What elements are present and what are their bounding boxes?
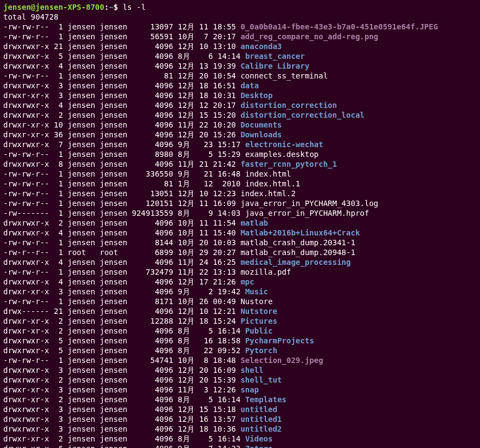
file-meta: drwxr-xr-x 2 jensen jensen 4096 8月 5 16:…	[3, 395, 245, 404]
file-meta: -rw-rw-r-- 1 jensen jensen 13097 12月 11 …	[3, 22, 240, 31]
file-name: shell	[240, 366, 263, 374]
list-item: drwxr-xr-x 3 jensen jensen 4096 12月 18 1…	[3, 90, 477, 100]
file-meta: drwxr-xr-x 6 jensen jensen 4096 9月 7 14:…	[3, 444, 245, 448]
file-name: Public	[245, 326, 273, 335]
list-item: drwxrwxr-x 4 jensen jensen 4096 12月 12 2…	[3, 100, 477, 110]
file-name: electronic-wechat	[245, 140, 323, 149]
list-item: drwxrwxr-x 21 jensen jensen 4096 12月 10 …	[3, 41, 477, 51]
list-item: -rw-rw-r-- 1 jensen jensen 8171 10月 26 0…	[3, 296, 477, 306]
file-meta: -rw-r--r-- 1 root root 6899 10月 29 20:27	[3, 248, 240, 257]
list-item: -rw-rw-r-- 1 jensen jensen 81 12月 20 10:…	[3, 71, 477, 81]
prompt-sep1: :	[104, 3, 108, 11]
file-meta: drwxrwxr-x 21 jensen jensen 4096 12月 10 …	[3, 42, 240, 51]
file-listing: -rw-rw-r-- 1 jensen jensen 13097 12月 11 …	[3, 22, 477, 448]
list-item: drwxr-xr-x 2 jensen jensen 4096 8月 5 16:…	[3, 434, 477, 444]
file-name: Pytorch	[245, 346, 277, 355]
file-meta: drwxrwxr-x 4 jensen jensen 4096 12月 13 1…	[3, 62, 240, 70]
list-item: drwxrwxr-x 7 jensen jensen 4096 9月 23 15…	[3, 140, 477, 149]
file-meta: -rw-rw-r-- 1 jensen jensen 8144 10月 20 1…	[3, 238, 240, 247]
file-name: Documents	[240, 120, 282, 129]
file-meta: drwx------ 21 jensen jensen 4096 12月 10 …	[3, 307, 240, 316]
list-item: drwxrwxr-x 4 jensen jensen 4096 12月 17 2…	[3, 277, 477, 287]
list-item: drwx------ 21 jensen jensen 4096 12月 10 …	[3, 306, 477, 316]
file-meta: drwxr-xr-x 3 jensen jensen 4096 9月 2 19:…	[3, 287, 245, 296]
file-name: untitled	[240, 405, 277, 414]
file-meta: drwxrwxr-x 3 jensen jensen 4096 12月 18 1…	[3, 81, 240, 90]
file-name: matlab	[240, 219, 268, 227]
list-item: drwxrwxr-x 4 jensen jensen 4096 10月 11 1…	[3, 228, 477, 238]
file-name: examples.desktop	[245, 150, 319, 159]
file-name: matlab_crash_dump.20948-1	[240, 248, 355, 257]
file-name: Pictures	[240, 317, 277, 325]
list-item: -rw-rw-r-- 1 jensen jensen 120151 12月 11…	[3, 198, 477, 208]
list-item: drwxrwxr-x 2 jensen jensen 4096 12月 15 1…	[3, 110, 477, 120]
file-name: index.html	[245, 169, 291, 178]
file-meta: drwxrwxr-x 2 jensen jensen 4096 12月 20 1…	[3, 376, 240, 384]
file-meta: drwxrwxr-x 5 jensen jensen 4096 8月 22 09…	[3, 346, 245, 355]
list-item: drwxrwxr-x 3 jensen jensen 4096 12月 15 1…	[3, 404, 477, 414]
list-item: drwxr-xr-x 10 jensen jensen 4096 11月 22 …	[3, 120, 477, 130]
file-name: distortion_correction_local	[240, 111, 364, 119]
file-meta: drwxr-xr-x 2 jensen jensen 4096 8月 5 16:…	[3, 434, 245, 443]
file-meta: -rw-rw-r-- 1 jensen jensen 13051 12月 10 …	[3, 189, 240, 198]
list-item: drwxrwxr-x 8 jensen jensen 4096 11月 21 2…	[3, 159, 477, 169]
file-meta: drwxrwxr-x 4 jensen jensen 4096 11月 24 1…	[3, 258, 240, 267]
list-item: drwxr-xr-x 36 jensen jensen 4096 12月 20 …	[3, 130, 477, 140]
command-text: ls -l	[123, 3, 145, 11]
file-meta: drwxrwxr-x 3 jensen jensen 4096 12月 15 1…	[3, 405, 240, 414]
list-item: drwxr-xr-x 2 jensen jensen 4096 8月 5 16:…	[3, 395, 477, 404]
file-name: connect_ss_terminal	[240, 71, 327, 80]
file-meta: -rw-rw-r-- 1 jensen jensen 8980 8月 5 15:…	[3, 150, 245, 159]
list-item: drwxrwxr-x 3 jensen jensen 4096 12月 20 1…	[3, 365, 477, 375]
file-name: mpc	[240, 277, 254, 286]
prompt-sep2: $	[113, 3, 123, 11]
file-name: medical_image_processing	[240, 258, 350, 267]
file-name: java_error_in_PYCHARM_4303.log	[240, 199, 378, 208]
list-item: -rw-r--r-- 1 root root 6899 10月 29 20:27…	[3, 247, 477, 257]
file-meta: drwxr-xr-x 2 jensen jensen 12288 12月 18 …	[3, 317, 240, 325]
file-meta: -rw-rw-r-- 1 jensen jensen 732479 11月 22…	[3, 268, 240, 276]
file-name: Downloads	[240, 130, 282, 139]
file-name: index.html.2	[240, 189, 295, 198]
list-item: drwxrwxr-x 2 jensen jensen 4096 10月 11 1…	[3, 218, 477, 228]
file-meta: drwxrwxr-x 2 jensen jensen 4096 10月 11 1…	[3, 219, 240, 227]
file-name: Calibre Library	[240, 62, 309, 70]
file-meta: drwxrwxr-x 4 jensen jensen 4096 12月 17 2…	[3, 277, 240, 286]
list-item: drwxrwxr-x 4 jensen jensen 4096 11月 24 1…	[3, 257, 477, 267]
file-meta: -rw-rw-r-- 1 jensen jensen 54741 10月 8 1…	[3, 356, 240, 365]
list-item: drwxr-xr-x 3 jensen jensen 4096 11月 3 12…	[3, 385, 477, 395]
file-name: index.html.1	[245, 179, 300, 188]
list-item: drwxr-xr-x 6 jensen jensen 4096 9月 7 14:…	[3, 444, 477, 448]
file-meta: drwxr-xr-x 3 jensen jensen 4096 11月 3 12…	[3, 385, 240, 394]
list-item: drwxrwxr-x 3 jensen jensen 4096 12月 16 1…	[3, 414, 477, 424]
file-meta: -rw-rw-r-- 1 jensen jensen 120151 12月 11…	[3, 199, 240, 208]
file-name: Videos	[245, 434, 273, 443]
file-name: Zotero	[245, 444, 273, 448]
file-meta: drwxr-xr-x 36 jensen jensen 4096 12月 20 …	[3, 130, 240, 139]
list-item: -rw-rw-r-- 1 jensen jensen 13097 12月 11 …	[3, 22, 477, 32]
list-item: drwxrwxr-x 4 jensen jensen 4096 12月 13 1…	[3, 61, 477, 71]
terminal-window[interactable]: jensen@jensen-XPS-8700:~$ ls -l total 90…	[3, 2, 477, 448]
prompt-line-1: jensen@jensen-XPS-8700:~$ ls -l	[3, 2, 477, 12]
file-meta: drwxrwxr-x 5 jensen jensen 4096 8月 16 18…	[3, 336, 245, 345]
file-name: matlab_crash_dump.20341-1	[240, 238, 355, 247]
file-name: Nustore	[240, 297, 272, 306]
file-name: java_error_in_PYCHARM.hprof	[245, 209, 369, 217]
file-meta: -rw-rw-r-- 1 jensen jensen 8171 10月 26 0…	[3, 297, 240, 306]
list-item: -rw-rw-r-- 1 jensen jensen 54741 10月 8 1…	[3, 355, 477, 365]
file-meta: drwxrwxr-x 3 jensen jensen 4096 12月 18 1…	[3, 425, 240, 433]
list-item: drwxrwxr-x 5 jensen jensen 4096 8月 22 09…	[3, 346, 477, 355]
file-meta: drwxrwxr-x 8 jensen jensen 4096 11月 21 2…	[3, 160, 240, 168]
file-name: untitled2	[240, 425, 282, 433]
file-name: snap	[240, 385, 259, 394]
file-meta: -rw-rw-r-- 1 jensen jensen 336550 9月 21 …	[3, 169, 245, 178]
list-item: -rw-rw-r-- 1 jensen jensen 13051 12月 10 …	[3, 189, 477, 198]
file-meta: -rw-rw-r-- 1 jensen jensen 56591 10月 7 2…	[3, 32, 240, 41]
prompt-user-host: jensen@jensen-XPS-8700	[3, 3, 104, 11]
file-name: untitled1	[240, 415, 282, 423]
list-item: drwxr-xr-x 2 jensen jensen 12288 12月 18 …	[3, 316, 477, 326]
file-name: faster_rcnn_pytorch_1	[240, 160, 337, 168]
list-item: drwxrwxr-x 3 jensen jensen 4096 12月 18 1…	[3, 424, 477, 434]
list-item: -rw-rw-r-- 1 jensen jensen 8144 10月 20 1…	[3, 238, 477, 247]
file-name: breast_cancer	[245, 52, 305, 60]
